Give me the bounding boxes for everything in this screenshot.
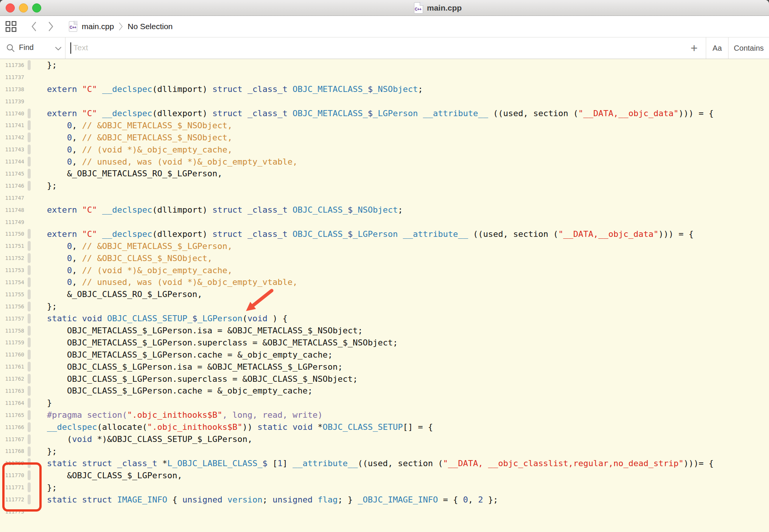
code-line: 111759 OBJC_METACLASS_$_LGPerson.supercl…: [0, 336, 769, 348]
gutter: [24, 385, 47, 397]
code-line: 111769static struct _class_t *L_OBJC_LAB…: [0, 457, 769, 469]
code-text: 0, // (void *)&_objc_empty_cache,: [47, 266, 232, 275]
gutter: [24, 481, 47, 493]
change-bar: [28, 181, 31, 191]
forward-button-icon[interactable]: [48, 22, 54, 31]
code-line: 111745 &_OBJC_METACLASS_RO_$_LGPerson,: [0, 168, 769, 180]
gutter: [24, 192, 47, 204]
code-line: 111736};: [0, 59, 769, 71]
line-number: 111765: [0, 412, 24, 418]
code-line: 111767 (void *)&OBJC_CLASS_SETUP_$_LGPer…: [0, 433, 769, 445]
change-bar: [28, 374, 31, 384]
code-line: 111757static void OBJC_CLASS_SETUP_$_LGP…: [0, 313, 769, 325]
line-number: 111761: [0, 364, 24, 370]
xcode-window: C++ main.cpp C++ main.cpp No Selectio: [0, 0, 769, 532]
zoom-button[interactable]: [32, 3, 41, 12]
find-bar: Find Text + Aa Contains: [0, 37, 769, 59]
change-bar: [28, 350, 31, 359]
gutter: [24, 240, 47, 252]
line-number: 111757: [0, 316, 24, 322]
line-number: 111751: [0, 243, 24, 249]
change-bar: [28, 386, 31, 396]
code-text: __declspec(allocate(".objc_inithooks$B")…: [47, 422, 433, 432]
back-button-icon[interactable]: [31, 22, 37, 31]
minimize-button[interactable]: [19, 3, 28, 12]
change-bar: [28, 410, 31, 420]
gutter: [24, 325, 47, 337]
code-editor[interactable]: 111736};111737111738extern "C" __declspe…: [0, 59, 769, 532]
code-text: static struct _class_t *L_OBJC_LABEL_CLA…: [47, 459, 714, 468]
gutter: [24, 445, 47, 457]
change-bar: [28, 229, 31, 239]
code-line: 111744 0, // unused, was (void *)&_objc_…: [0, 156, 769, 168]
search-icon: [6, 44, 15, 53]
code-text: };: [47, 302, 57, 311]
code-text: 0, // &OBJC_CLASS_$_NSObject,: [47, 254, 212, 263]
code-line: 111752 0, // &OBJC_CLASS_$_NSObject,: [0, 252, 769, 264]
code-line: 111739: [0, 95, 769, 107]
gutter: [24, 348, 47, 361]
line-number: 111760: [0, 352, 24, 358]
code-line: 111748extern "C" __declspec(dllimport) s…: [0, 204, 769, 216]
code-text: OBJC_METACLASS_$_LGPerson.superclass = &…: [47, 338, 398, 347]
change-bar: [28, 120, 31, 130]
code-line: 111754 0, // unused, was (void *)&_objc_…: [0, 276, 769, 288]
gutter: [24, 276, 47, 288]
code-line: 111747: [0, 192, 769, 204]
change-bar: [28, 289, 31, 299]
code-text: (void *)&OBJC_CLASS_SETUP_$_LGPerson,: [47, 434, 252, 444]
code-text: }: [47, 398, 52, 408]
code-text: 0, // unused, was (void *)&_objc_empty_v…: [47, 157, 297, 166]
code-text: };: [47, 60, 57, 70]
add-search-term-button[interactable]: +: [682, 38, 706, 58]
match-case-button[interactable]: Aa: [706, 44, 728, 53]
gutter: [24, 493, 47, 506]
code-text: OBJC_METACLASS_$_LGPerson.cache = &_objc…: [47, 350, 333, 359]
code-line: 111768};: [0, 445, 769, 457]
find-options: + Aa Contains: [682, 37, 769, 59]
line-number: 111738: [0, 86, 24, 92]
gutter: [24, 95, 47, 107]
change-bar: [28, 338, 31, 347]
jump-bar: C++ main.cpp No Selection: [0, 16, 769, 37]
line-number: 111771: [0, 484, 24, 490]
code-text: #pragma section(".objc_inithooks$B", lon…: [47, 410, 323, 420]
gutter: [24, 313, 47, 325]
gutter: [24, 204, 47, 216]
code-line: 111746};: [0, 180, 769, 192]
line-number: 111770: [0, 472, 24, 478]
code-text: &_OBJC_CLASS_RO_$_LGPerson,: [47, 289, 202, 299]
code-line: 111765#pragma section(".objc_inithooks$B…: [0, 409, 769, 421]
breadcrumb-file[interactable]: main.cpp: [82, 22, 114, 31]
gutter: [24, 131, 47, 143]
gutter: [24, 107, 47, 120]
breadcrumb-selection[interactable]: No Selection: [128, 22, 173, 31]
line-number: 111746: [0, 183, 24, 189]
line-number: 111741: [0, 122, 24, 128]
gutter: [24, 119, 47, 131]
line-number: 111762: [0, 376, 24, 382]
line-number: 111769: [0, 460, 24, 466]
line-number: 111736: [0, 62, 24, 68]
divider: [65, 37, 65, 59]
line-number: 111737: [0, 74, 24, 80]
code-line: 111741 0, // &OBJC_METACLASS_$_NSObject,: [0, 119, 769, 131]
match-style-dropdown[interactable]: Contains: [729, 44, 769, 53]
close-button[interactable]: [6, 3, 15, 12]
search-input[interactable]: Text: [73, 43, 88, 52]
code-text: OBJC_CLASS_$_LGPerson.superclass = &OBJC…: [47, 374, 358, 384]
code-text: extern "C" __declspec(dllexport) struct …: [47, 229, 694, 239]
related-items-grid-icon[interactable]: [5, 21, 17, 32]
change-bar: [28, 470, 31, 480]
find-mode-dropdown[interactable]: Find: [19, 43, 34, 52]
line-number: 111772: [0, 496, 24, 502]
gutter: [24, 336, 47, 348]
window-title: main.cpp: [427, 3, 462, 12]
code-text: OBJC_CLASS_$_LGPerson.cache = &_objc_emp…: [47, 386, 313, 395]
code-line: 111749: [0, 216, 769, 228]
gutter: [24, 361, 47, 373]
gutter: [24, 433, 47, 445]
cpp-file-icon: C++: [414, 2, 423, 14]
gutter: [24, 373, 47, 385]
chevron-down-icon[interactable]: [55, 47, 62, 51]
